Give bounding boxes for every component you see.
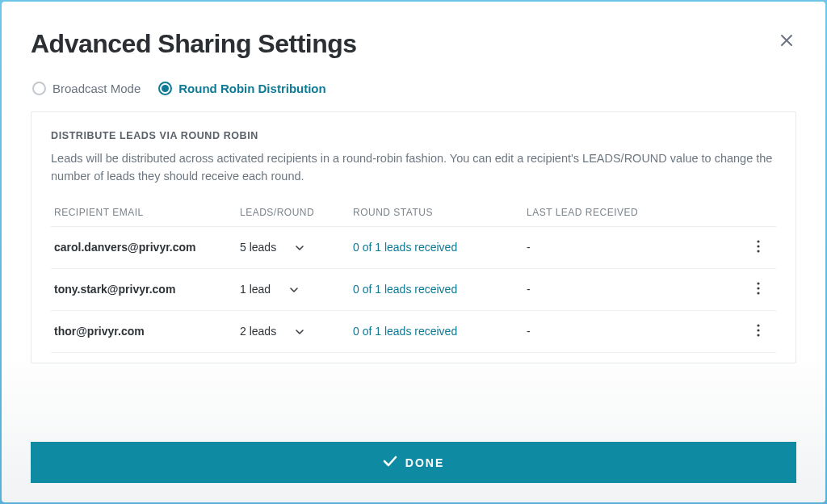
leads-per-round-select[interactable]: 1 lead bbox=[240, 283, 353, 296]
svg-point-6 bbox=[757, 324, 759, 326]
svg-point-5 bbox=[757, 292, 759, 294]
round-robin-label: Round Robin Distribution bbox=[178, 82, 325, 95]
leads-value: 5 leads bbox=[240, 241, 276, 254]
svg-point-3 bbox=[757, 282, 759, 284]
leads-per-round-select[interactable]: 2 leads bbox=[240, 325, 353, 338]
svg-point-7 bbox=[757, 329, 759, 331]
chevron-down-icon bbox=[290, 284, 298, 294]
last-lead-received: - bbox=[527, 283, 744, 296]
recipient-email: carol.danvers@privyr.com bbox=[54, 241, 240, 254]
panel-description: Leads will be distributed across activat… bbox=[51, 149, 776, 186]
table-row: tony.stark@privyr.com 1 lead 0 of 1 lead… bbox=[51, 269, 776, 311]
last-lead-received: - bbox=[527, 325, 744, 338]
mode-selector: Broadcast Mode Round Robin Distribution bbox=[31, 82, 796, 95]
col-header-status: ROUND STATUS bbox=[353, 207, 527, 218]
close-icon bbox=[780, 31, 793, 51]
recipient-email: tony.stark@privyr.com bbox=[54, 283, 240, 296]
kebab-icon bbox=[757, 242, 760, 255]
done-label: DONE bbox=[405, 456, 444, 469]
svg-point-1 bbox=[757, 245, 759, 247]
footer: DONE bbox=[31, 442, 796, 483]
leads-value: 1 lead bbox=[240, 283, 271, 296]
round-status: 0 of 1 leads received bbox=[353, 241, 527, 254]
kebab-icon bbox=[757, 326, 760, 339]
leads-value: 2 leads bbox=[240, 325, 276, 338]
chevron-down-icon bbox=[296, 242, 304, 252]
recipient-email: thor@privyr.com bbox=[54, 325, 240, 338]
row-actions-button[interactable] bbox=[744, 240, 773, 255]
radio-icon bbox=[32, 82, 46, 95]
leads-per-round-select[interactable]: 5 leads bbox=[240, 241, 353, 254]
panel-subtitle: DISTRIBUTE LEADS VIA ROUND ROBIN bbox=[51, 130, 776, 141]
kebab-icon bbox=[757, 284, 760, 297]
page-title: Advanced Sharing Settings bbox=[31, 29, 357, 59]
done-button[interactable]: DONE bbox=[31, 442, 796, 483]
table-row: carol.danvers@privyr.com 5 leads 0 of 1 … bbox=[51, 227, 776, 269]
svg-point-2 bbox=[757, 250, 759, 252]
check-icon bbox=[383, 456, 397, 469]
last-lead-received: - bbox=[527, 241, 744, 254]
col-header-leads: LEADS/ROUND bbox=[240, 207, 353, 218]
table-row: thor@privyr.com 2 leads 0 of 1 leads rec… bbox=[51, 311, 776, 353]
radio-icon bbox=[158, 82, 172, 95]
modal-header: Advanced Sharing Settings bbox=[31, 29, 796, 59]
row-actions-button[interactable] bbox=[744, 282, 773, 297]
sharing-settings-modal: Advanced Sharing Settings Broadcast Mode… bbox=[2, 2, 825, 502]
round-status: 0 of 1 leads received bbox=[353, 283, 527, 296]
recipients-table-header: RECIPIENT EMAIL LEADS/ROUND ROUND STATUS… bbox=[51, 200, 776, 227]
chevron-down-icon bbox=[296, 326, 304, 336]
row-actions-button[interactable] bbox=[744, 324, 773, 339]
close-button[interactable] bbox=[777, 29, 796, 53]
round-robin-panel: DISTRIBUTE LEADS VIA ROUND ROBIN Leads w… bbox=[31, 111, 796, 363]
round-robin-radio[interactable]: Round Robin Distribution bbox=[158, 82, 325, 95]
svg-point-8 bbox=[757, 334, 759, 336]
broadcast-mode-label: Broadcast Mode bbox=[52, 82, 141, 95]
round-status: 0 of 1 leads received bbox=[353, 325, 527, 338]
col-header-email: RECIPIENT EMAIL bbox=[54, 207, 240, 218]
svg-point-4 bbox=[757, 287, 759, 289]
broadcast-mode-radio[interactable]: Broadcast Mode bbox=[32, 82, 141, 95]
svg-point-0 bbox=[757, 240, 759, 242]
col-header-last: LAST LEAD RECEIVED bbox=[527, 207, 744, 218]
